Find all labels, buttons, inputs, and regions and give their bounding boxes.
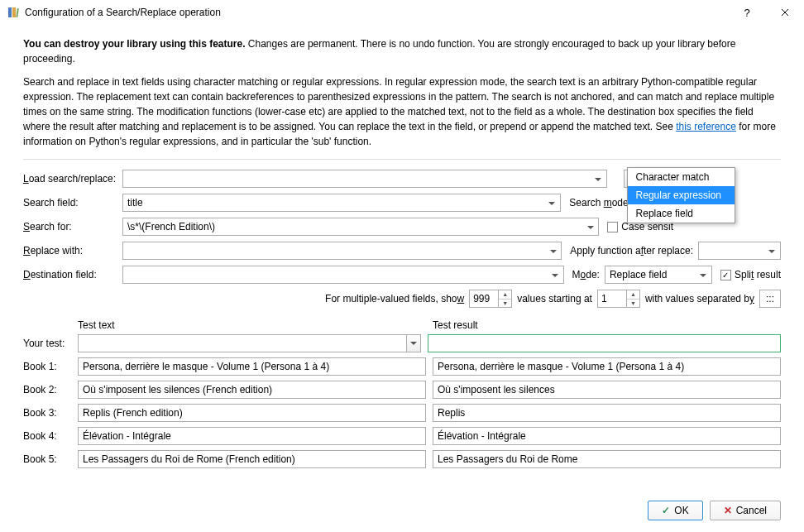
search-mode-opt-replace[interactable]: Replace field [628,204,735,223]
warning-text: You can destroy your library using this … [23,36,781,66]
replace-with-input[interactable] [122,242,562,260]
book1-label: Book 1: [23,361,78,372]
test-text-header: Test text [78,319,426,331]
book1-result: Persona, derrière le masque - Volume 1 (… [433,357,781,376]
your-test-result [428,334,781,352]
book2-label: Book 2: [23,384,78,395]
svg-rect-0 [8,7,12,17]
chevron-down-icon[interactable] [406,334,421,352]
separator [23,159,781,160]
multi-mid-label: values starting at [517,293,592,304]
load-combo[interactable] [122,170,607,188]
book5-input[interactable]: Les Passagers du Roi de Rome (French edi… [78,450,426,468]
svg-rect-1 [12,7,16,17]
show-count-input[interactable] [469,290,499,308]
reference-link[interactable]: this reference [676,121,736,132]
desc-before: Search and replace in text fields using … [23,76,774,132]
book5-result: Les Passagers du Roi de Rome [433,450,781,468]
show-count-spinner[interactable]: ▲▼ [469,290,512,308]
book4-input[interactable]: Élévation - Intégrale [78,427,426,445]
search-for-label: Search for: [23,221,122,232]
help-button[interactable]: ? [728,0,766,25]
book5-label: Book 5: [23,453,78,465]
down-arrow-icon[interactable]: ▼ [499,300,511,308]
search-for-input[interactable]: \s*\(French Edition\) [122,218,599,236]
split-result-checkbox[interactable]: ✓Split result [720,269,781,280]
warning-bold: You can destroy your library using this … [23,38,246,50]
close-button[interactable] [766,0,804,25]
dest-field-label: Destination field: [23,269,122,280]
book3-result: Replis [433,404,781,422]
your-test-input[interactable] [78,334,421,352]
search-mode-dropdown[interactable]: Character match Regular expression Repla… [627,167,735,223]
book2-input[interactable]: Où s'imposent les silences (French editi… [78,381,426,399]
separator-input[interactable]: ::: [759,290,781,308]
split-result-label: Split result [735,269,781,280]
window-title: Configuration of a Search/Replace operat… [25,7,728,18]
svg-rect-2 [16,8,19,17]
book4-label: Book 4: [23,430,78,442]
search-mode-label: Search mode: [569,197,631,208]
search-field-combo[interactable]: title [122,194,561,212]
multi-post-label: with values separated by [645,293,754,304]
app-icon [7,6,20,19]
book1-input[interactable]: Persona, derrière le masque - Volume 1 (… [78,357,426,376]
down-arrow-icon[interactable]: ▼ [627,300,639,308]
search-field-label: Search field: [23,197,122,208]
book2-result: Où s'imposent les silences [433,381,781,399]
mode-combo[interactable]: Replace field [605,266,712,284]
apply-fn-combo[interactable] [698,242,781,260]
apply-fn-label: Apply function after replace: [570,245,693,256]
replace-with-label: Replace with: [23,245,122,256]
titlebar: Configuration of a Search/Replace operat… [0,0,804,25]
description-text: Search and replace in text fields using … [23,74,781,149]
book4-result: Élévation - Intégrale [433,427,781,445]
dest-field-combo[interactable] [122,266,564,284]
check-icon: ✓ [662,505,670,516]
up-arrow-icon[interactable]: ▲ [627,290,639,300]
up-arrow-icon[interactable]: ▲ [499,290,511,300]
start-at-input[interactable] [597,290,627,308]
cancel-button[interactable]: ✕Cancel [710,501,781,520]
search-mode-opt-character[interactable]: Character match [628,168,735,186]
start-at-spinner[interactable]: ▲▼ [597,290,640,308]
ok-button[interactable]: ✓OK [648,501,702,520]
multi-pre-label: For multiple-valued fields, show [325,293,464,304]
search-mode-opt-regex[interactable]: Regular expression [628,186,735,204]
load-label: Load search/replace: [23,173,122,185]
book3-label: Book 3: [23,407,78,419]
cross-icon: ✕ [724,505,732,516]
your-test-label: Your test: [23,338,78,349]
book3-input[interactable]: Replis (French edition) [78,404,426,422]
mode-label: Mode: [572,269,600,280]
test-result-header: Test result [426,319,781,331]
